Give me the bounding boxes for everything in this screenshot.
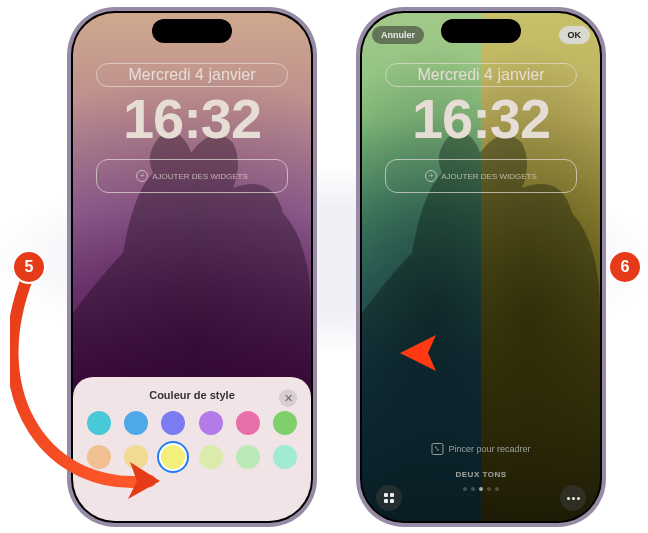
plus-icon: + (425, 170, 437, 182)
step-badge-6: 6 (608, 250, 642, 284)
ellipsis-icon (567, 497, 580, 500)
sheet-title: Couleur de style (87, 389, 297, 401)
lock-date: Mercredi 4 janvier (417, 66, 544, 84)
color-swatch[interactable] (273, 411, 297, 435)
more-button[interactable] (560, 485, 586, 511)
dynamic-island (152, 19, 232, 43)
color-swatch[interactable] (236, 445, 260, 469)
add-widgets-button[interactable]: + AJOUTER DES WIDGETS (96, 159, 288, 193)
color-swatch[interactable] (87, 411, 111, 435)
add-widgets-button[interactable]: + AJOUTER DES WIDGETS (385, 159, 577, 193)
swatch-row-1 (87, 411, 297, 435)
swatch-row-2 (87, 445, 297, 469)
ok-button[interactable]: OK (559, 26, 591, 44)
step-badge-5: 5 (12, 250, 46, 284)
color-swatch[interactable] (124, 445, 148, 469)
lock-clock[interactable]: 16:32 (412, 91, 550, 147)
color-swatch[interactable] (236, 411, 260, 435)
grid-icon (384, 493, 394, 503)
color-swatch[interactable] (87, 445, 111, 469)
dynamic-island (441, 19, 521, 43)
lock-date: Mercredi 4 janvier (128, 66, 255, 84)
color-swatch[interactable] (124, 411, 148, 435)
color-swatch[interactable] (199, 411, 223, 435)
color-swatch[interactable] (199, 445, 223, 469)
plus-icon: + (136, 170, 148, 182)
color-swatch[interactable] (161, 411, 185, 435)
color-swatch[interactable] (273, 445, 297, 469)
date-outline[interactable]: Mercredi 4 janvier (385, 63, 577, 87)
add-widgets-label: AJOUTER DES WIDGETS (441, 172, 537, 181)
phone-screen: Mercredi 4 janvier 16:32 + AJOUTER DES W… (73, 13, 311, 521)
lockscreen-ui: Mercredi 4 janvier 16:32 + AJOUTER DES W… (362, 13, 600, 521)
style-color-sheet: Couleur de style ✕ (73, 377, 311, 521)
date-outline[interactable]: Mercredi 4 janvier (96, 63, 288, 87)
phone-step-6: Annuler OK Mercredi 4 janvier 16:32 + AJ… (356, 7, 606, 527)
phone-step-5: Mercredi 4 janvier 16:32 + AJOUTER DES W… (67, 7, 317, 527)
figure: Mercredi 4 janvier 16:32 + AJOUTER DES W… (0, 0, 648, 533)
lock-clock[interactable]: 16:32 (123, 91, 261, 147)
sheet-close-button[interactable]: ✕ (279, 389, 297, 407)
cancel-button[interactable]: Annuler (372, 26, 424, 44)
add-widgets-label: AJOUTER DES WIDGETS (152, 172, 248, 181)
editor-bottom-bar (362, 483, 600, 513)
phone-screen: Annuler OK Mercredi 4 janvier 16:32 + AJ… (362, 13, 600, 521)
wallpaper-grid-button[interactable] (376, 485, 402, 511)
color-swatch[interactable] (161, 445, 185, 469)
